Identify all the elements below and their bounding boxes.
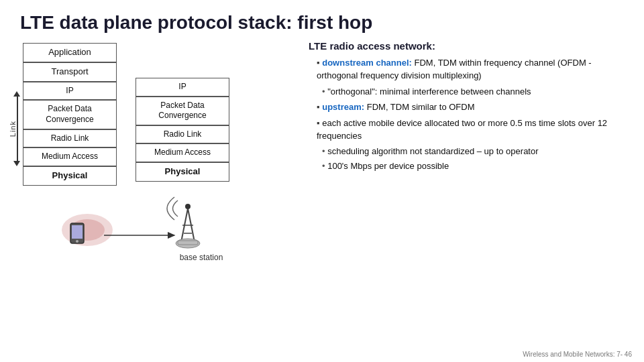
medium-access-box: Medium Access — [23, 147, 117, 166]
bullet-2-text: FDM, TDM similar to OFDM — [367, 102, 475, 112]
bullet-3: each active mobile device allocated two … — [317, 117, 624, 143]
right-stack: IP Packet DataConvergence Radio Link Med… — [136, 78, 229, 182]
sub-bullet-1-text: "orthogonal": minimal interference betwe… — [327, 86, 531, 97]
link-label: Link — [9, 121, 17, 137]
bullet-2-highlight: upstream: — [322, 102, 364, 112]
bullet-3-text: each active mobile device allocated two … — [317, 118, 607, 141]
page-title: LTE data plane protocol stack: first hop — [0, 0, 644, 40]
app-box: Application — [23, 43, 117, 62]
sub-bullet-2: scheduling algorithm not standardized – … — [322, 145, 624, 158]
stacks-container: Application Transport IP Packet DataConv… — [23, 43, 229, 186]
physical-box-2: Physical — [136, 162, 229, 182]
sub-bullet-1: "orthogonal": minimal interference betwe… — [322, 86, 624, 98]
link-bracket: Link — [13, 91, 20, 166]
svg-rect-13 — [178, 241, 198, 245]
text-area: LTE radio access network: downstream cha… — [302, 40, 631, 349]
bullet-1: downstream channel: FDM, TDM within freq… — [317, 57, 624, 82]
transport-box: Transport — [23, 62, 117, 82]
bracket-bottom-arrow — [13, 161, 20, 166]
left-stack: Application Transport IP Packet DataConv… — [23, 43, 117, 186]
svg-rect-3 — [72, 225, 83, 239]
physical-box: Physical — [23, 166, 117, 186]
content-area: Link Application Transport IP Packet Dat… — [0, 40, 644, 349]
ip-box-2: IP — [136, 78, 229, 97]
medium-access-box-2: Medium Access — [136, 143, 229, 162]
svg-point-11 — [185, 204, 191, 209]
sub-bullet-2-text: scheduling algorithm not standardized – … — [327, 146, 538, 156]
network-diagram: base station — [34, 188, 262, 262]
diagram-area: Link Application Transport IP Packet Dat… — [13, 40, 295, 349]
sub-bullet-3: 100's Mbps per device possible — [322, 160, 624, 172]
bracket-top-arrow — [13, 91, 20, 97]
section-heading: LTE radio access network: — [309, 40, 624, 52]
sub-bullet-3-text: 100's Mbps per device possible — [327, 161, 449, 171]
pdc-box-2: Packet DataConvergence — [136, 97, 229, 125]
network-svg — [34, 188, 262, 255]
bracket-line — [17, 97, 18, 161]
bullet-2: upstream: FDM, TDM similar to OFDM — [317, 101, 624, 114]
diagram-wrapper: Link Application Transport IP Packet Dat… — [13, 43, 295, 186]
svg-point-4 — [76, 240, 78, 243]
radio-link-box: Radio Link — [23, 129, 117, 148]
bullet-1-highlight: downstream channel: — [322, 58, 412, 68]
pdc-box: Packet DataConvergence — [23, 100, 117, 129]
footer-note: Wireless and Mobile Networks: 7- 46 — [523, 351, 632, 358]
ip-box: IP — [23, 82, 117, 101]
radio-link-box-2: Radio Link — [136, 125, 229, 144]
